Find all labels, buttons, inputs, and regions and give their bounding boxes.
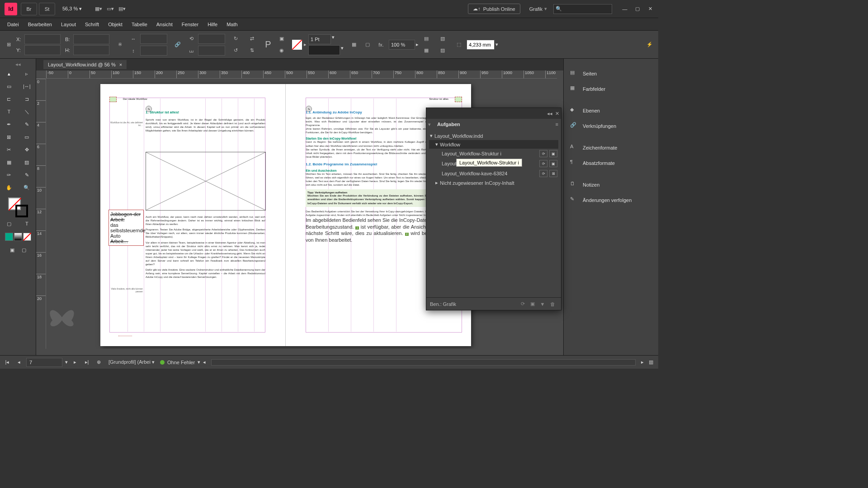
view-mode-normal[interactable]: ▣ (7, 244, 18, 256)
rotate-cw-icon[interactable]: ↻ (230, 33, 241, 44)
fill-stroke-proxy[interactable] (8, 197, 28, 217)
first-page-button[interactable]: |◂ (3, 358, 12, 367)
h-input[interactable] (73, 45, 109, 55)
page-left[interactable]: Der ideale Workflow ✎ 1. Struktur ist al… (100, 84, 286, 346)
type-tool[interactable]: T (0, 105, 18, 118)
rotate-input[interactable] (198, 34, 225, 44)
update-icon[interactable]: ⟳ (539, 170, 547, 177)
apply-gradient-swatch[interactable] (14, 233, 22, 241)
eyedropper-tool[interactable]: ✎ (18, 169, 36, 181)
panel-notizen[interactable]: 🗒Notizen (564, 177, 658, 192)
tree-unassigned[interactable]: ▸Nicht zugewiesener InCopy-Inhalt (429, 178, 558, 187)
tree-item[interactable]: Layout_Workflow-Struktur i ⟳▣ (429, 149, 558, 159)
minimize-button[interactable]: — (618, 4, 631, 14)
menu-fenster[interactable]: Fenster (177, 20, 203, 29)
checkout-icon[interactable]: ▣ (549, 150, 557, 157)
text-wrap-jump-icon[interactable]: ▨ (437, 45, 448, 56)
update-icon[interactable]: ⟳ (539, 150, 547, 157)
prev-page-button[interactable]: ◂ (14, 358, 24, 367)
rotate-ccw-icon[interactable]: ↺ (230, 45, 241, 56)
last-page-button[interactable]: ▸| (82, 358, 91, 367)
scissors-tool[interactable]: ✂ (0, 143, 18, 156)
close-tab-icon[interactable]: × (119, 62, 122, 67)
publish-online-button[interactable]: ☁↑ Publish Online (468, 4, 520, 14)
menu-hilfe[interactable]: Hilfe (203, 20, 222, 29)
stroke-style-select[interactable] (308, 45, 340, 55)
menu-schrift[interactable]: Schrift (80, 20, 104, 29)
split-view-icon[interactable]: ▥ (646, 358, 656, 367)
gradient-swatch-tool[interactable]: ▦ (0, 156, 18, 169)
chevron-down-icon[interactable]: ▾ (198, 359, 200, 365)
workspace-switcher[interactable]: Grafik (529, 6, 542, 12)
selection-tool[interactable]: ▴ (0, 67, 18, 80)
corner-options-icon[interactable]: ⬚ (453, 39, 465, 50)
bridge-button[interactable]: Br (21, 3, 37, 15)
page-tool[interactable]: ▭ (0, 80, 18, 93)
formatting-container-icon[interactable]: ▢ (0, 217, 18, 230)
tree-item[interactable]: Layout_Workflow-kave-63824 ⟳⊠ (429, 169, 558, 178)
content-placer-tool[interactable]: ⊐ (18, 93, 36, 105)
close-panel-icon[interactable]: ✕ (555, 111, 559, 117)
help-search-input[interactable]: 🔍 (553, 4, 612, 14)
arrange-docs-icon[interactable]: ▤▾ (116, 4, 128, 14)
panel-seiten[interactable]: ▤Seiten (564, 66, 658, 81)
menu-ansicht[interactable]: Ansicht (152, 20, 177, 29)
panel-tab-aufgaben[interactable]: Aufgaben (433, 119, 465, 130)
w-input[interactable] (73, 34, 109, 44)
screen-mode-icon[interactable]: ▭▾ (104, 4, 116, 14)
tree-workflow[interactable]: ▾Workflow (429, 140, 558, 149)
menu-layout[interactable]: Layout (57, 20, 80, 29)
refresh-icon[interactable]: ⟳ (518, 300, 528, 308)
hand-tool[interactable]: ✋ (0, 181, 18, 194)
content-collector-tool[interactable]: ⊏ (0, 93, 18, 105)
gap-tool[interactable]: |↔| (18, 80, 36, 93)
scale-x-input[interactable] (140, 34, 167, 44)
panel-absatzformate[interactable]: ¶Absatzformate (564, 155, 658, 171)
panel-header[interactable]: ◂◂ ✕ (426, 108, 561, 119)
maximize-button[interactable]: ▢ (631, 4, 644, 14)
shear-input[interactable] (198, 46, 225, 56)
quick-apply-icon[interactable]: ⚡ (644, 39, 656, 50)
note-tool[interactable]: ✑ (0, 169, 18, 181)
fill-proxy[interactable] (292, 40, 302, 50)
rectangle-frame-tool[interactable]: ⊠ (0, 131, 18, 143)
chevron-down-icon[interactable]: ▾ (65, 359, 68, 365)
text-wrap-shape-icon[interactable]: ▧ (437, 33, 448, 44)
opacity-input[interactable]: 100 % (389, 40, 415, 50)
stroke-box[interactable] (15, 205, 28, 217)
close-button[interactable]: ✕ (644, 4, 656, 14)
collapse-icon[interactable]: ◂◂ (547, 111, 552, 117)
panel-zeichenformate[interactable]: AZeichenformate (564, 140, 658, 155)
scale-y-input[interactable] (140, 46, 167, 56)
scale-lock-icon[interactable]: ※ (114, 39, 126, 50)
document-tab[interactable]: Layout_Workflow.indd @ 56 % × (43, 60, 127, 69)
flip-v-icon[interactable]: ⇅ (246, 45, 258, 56)
effects-icon[interactable]: fx. (375, 39, 387, 50)
text-wrap-around-icon[interactable]: ▦ (420, 45, 432, 56)
x-input[interactable] (24, 34, 61, 44)
view-mode-preview[interactable]: ▢ (19, 244, 29, 256)
gradient-feather-tool[interactable]: ▨ (18, 156, 36, 169)
sticky-note[interactable]: Jobbogen der Arbeit: das selbststeuernde… (108, 210, 144, 246)
zoom-level-select[interactable]: 56,3 % ▾ (60, 4, 89, 14)
panel-collapse-icon[interactable]: ◂◂ (0, 61, 36, 67)
preflight-status[interactable]: Ohne Fehler ▾ (160, 359, 200, 365)
text-wrap-none-icon[interactable]: ▤ (420, 33, 432, 44)
page-number-field[interactable]: 7 (26, 358, 62, 367)
checkout-icon[interactable]: ⊠ (549, 170, 557, 177)
menu-objekt[interactable]: Objekt (104, 20, 127, 29)
corner-size-input[interactable]: 4,233 mm (467, 40, 495, 50)
assignments-panel[interactable]: ◂◂ ✕ ▾ Aufgaben ≡ ▾Layout_Workflow.indd … (426, 108, 561, 310)
checkout-icon[interactable]: ▣ (549, 160, 557, 167)
constrain-icon[interactable]: 🔗 (172, 39, 184, 50)
horizontal-ruler[interactable]: -500501001502002503003504004505005506006… (46, 70, 557, 79)
apply-none-swatch[interactable] (23, 233, 31, 241)
chevron-down-icon[interactable]: ▾ (495, 42, 498, 47)
vertical-ruler[interactable]: 02468101214161820 (36, 79, 46, 349)
panel-verknuepfungen[interactable]: 🔗Verknüpfungen (564, 118, 658, 134)
free-transform-tool[interactable]: ✥ (18, 143, 36, 156)
chevron-down-icon[interactable]: ▾ (544, 6, 547, 12)
fitting-icon[interactable]: ▢ (362, 39, 373, 50)
y-input[interactable] (24, 45, 61, 55)
menu-bearbeiten[interactable]: Bearbeiten (24, 20, 57, 29)
